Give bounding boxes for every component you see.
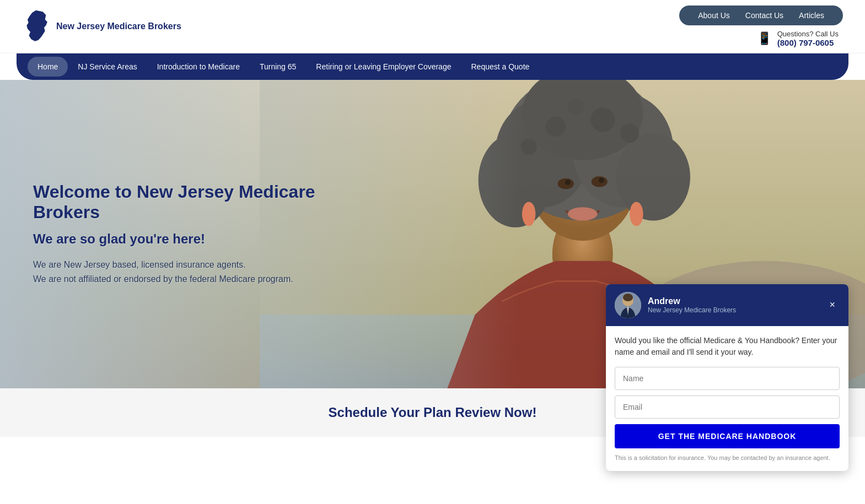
phone-icon: 📱 [757,31,772,46]
chat-message: Would you like the official Medicare & Y… [615,335,840,358]
hero-content: Welcome to New Jersey Medicare Brokers W… [0,182,386,286]
nav-home[interactable]: Home [28,57,68,77]
agent-avatar [615,292,641,318]
nav-retiring[interactable]: Retiring or Leaving Employer Coverage [306,53,461,80]
logo-area: New Jersey Medicare Brokers [22,7,181,46]
chat-name-input[interactable] [615,367,840,390]
hero-desc2: We are not affiliated or endorsed by the… [33,272,353,286]
chat-email-input[interactable] [615,395,840,419]
chat-widget: Andrew New Jersey Medicare Brokers × Wou… [606,284,848,437]
hero-subtitle: We are so glad you're here! [33,231,353,247]
agent-name: Andrew [648,296,818,306]
top-nav: About Us Contact Us Articles [679,6,843,25]
main-nav: Home NJ Service Areas Introduction to Me… [17,53,848,80]
phone-area: 📱 Questions? Call Us (800) 797-0605 [757,30,839,47]
header-right: About Us Contact Us Articles 📱 Questions… [679,6,843,47]
hero-title: Welcome to New Jersey Medicare Brokers [33,182,353,223]
nav-request-quote[interactable]: Request a Quote [461,53,539,80]
logo-text: New Jersey Medicare Brokers [56,21,181,32]
nav-articles[interactable]: Articles [791,9,832,22]
get-handbook-button[interactable]: GET THE MEDICARE HANDBOOK [615,424,840,437]
phone-number[interactable]: (800) 797-0605 [777,38,834,47]
chat-close-button[interactable]: × [825,297,840,313]
nav-turning-65[interactable]: Turning 65 [250,53,306,80]
svg-point-26 [623,294,633,301]
phone-text: Questions? Call Us (800) 797-0605 [777,30,839,47]
agent-info: Andrew New Jersey Medicare Brokers [648,296,818,314]
questions-label: Questions? Call Us [777,30,839,38]
nj-state-icon [22,7,50,46]
nav-contact-us[interactable]: Contact Us [738,9,791,22]
hero-desc1: We are New Jersey based, licensed insura… [33,258,353,272]
agent-company: New Jersey Medicare Brokers [648,306,818,314]
nav-nj-service-areas[interactable]: NJ Service Areas [68,53,147,80]
chat-body: Would you like the official Medicare & Y… [606,326,848,437]
chat-header: Andrew New Jersey Medicare Brokers × [606,284,848,326]
site-header: New Jersey Medicare Brokers About Us Con… [0,0,865,53]
nav-about-us[interactable]: About Us [690,9,738,22]
nav-intro-medicare[interactable]: Introduction to Medicare [147,53,250,80]
